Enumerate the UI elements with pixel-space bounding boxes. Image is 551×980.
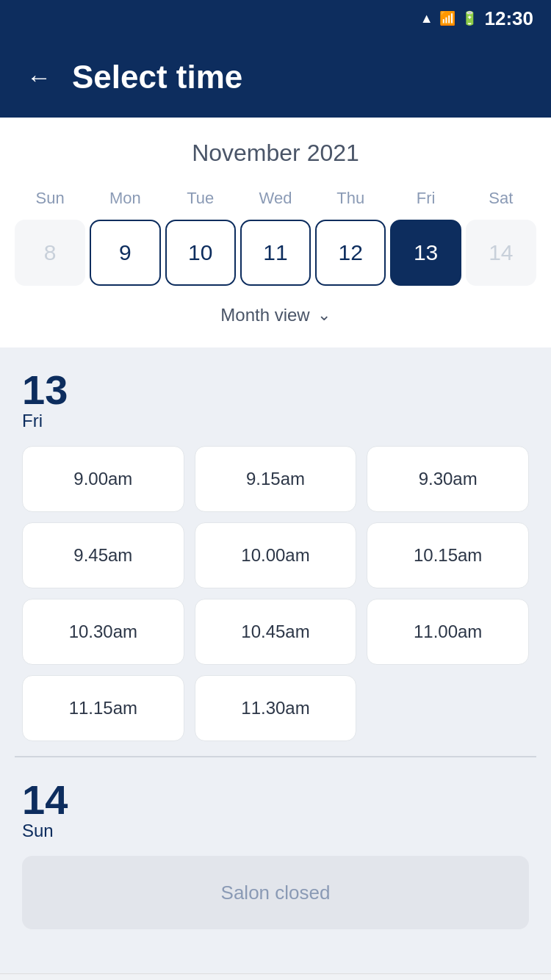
day-10[interactable]: 10 (165, 220, 236, 286)
time-slot-1030am[interactable]: 10.30am (22, 599, 184, 665)
status-bar: ▲ 📶 🔋 12:30 (0, 0, 551, 37)
time-grid-13: 9.00am 9.15am 9.30am 9.45am 10.00am 10.1… (22, 446, 529, 741)
day-number-13: 13 (22, 370, 68, 411)
day-header-wed: Wed (240, 184, 311, 212)
day-header-sun: Sun (15, 184, 85, 212)
time-slot-930am[interactable]: 9.30am (367, 446, 529, 512)
time-slot-1100am[interactable]: 11.00am (367, 599, 529, 665)
signal-icon: 📶 (439, 10, 455, 26)
month-view-label: Month view (220, 305, 309, 325)
calendar-days: 8 9 10 11 12 13 14 (15, 220, 536, 286)
time-slot-945am[interactable]: 9.45am (22, 522, 184, 588)
slots-section: 13 Fri 9.00am 9.15am 9.30am 9.45am 10.00… (0, 347, 551, 973)
day-label-13: 13 Fri (22, 370, 529, 431)
time-slot-900am[interactable]: 9.00am (22, 446, 184, 512)
day-14: 14 (466, 220, 536, 286)
day-name-fri: Fri (22, 411, 43, 431)
day-header-thu: Thu (315, 184, 386, 212)
month-view-toggle[interactable]: Month view ⌄ (15, 293, 536, 340)
time-slot-1130am[interactable]: 11.30am (195, 675, 357, 741)
page-title: Select time (72, 59, 242, 96)
day-slots-14: 14 Sun Salon closed (0, 765, 551, 951)
day-12[interactable]: 12 (315, 220, 386, 286)
app-header: ← Select time (0, 37, 551, 118)
day-header-mon: Mon (90, 184, 160, 212)
chevron-down-icon: ⌄ (317, 306, 331, 325)
calendar-day-headers: Sun Mon Tue Wed Thu Fri Sat (15, 184, 536, 212)
status-time: 12:30 (485, 7, 534, 30)
day-8: 8 (15, 220, 85, 286)
day-13[interactable]: 13 (390, 220, 461, 286)
day-name-sun: Sun (22, 821, 54, 841)
time-slot-1015am[interactable]: 10.15am (367, 522, 529, 588)
time-slot-1115am[interactable]: 11.15am (22, 675, 184, 741)
time-slot-915am[interactable]: 9.15am (195, 446, 357, 512)
time-slot-1045am[interactable]: 10.45am (195, 599, 357, 665)
calendar-section: November 2021 Sun Mon Tue Wed Thu Fri Sa… (0, 118, 551, 347)
day-header-sat: Sat (466, 184, 536, 212)
section-divider (15, 756, 536, 757)
day-header-tue: Tue (165, 184, 236, 212)
day-number-14: 14 (22, 779, 68, 821)
day-label-14: 14 Sun (22, 779, 529, 841)
salon-closed-label: Salon closed (22, 856, 529, 929)
day-header-fri: Fri (390, 184, 461, 212)
day-9[interactable]: 9 (90, 220, 160, 286)
battery-icon: 🔋 (461, 10, 478, 26)
back-button[interactable]: ← (26, 65, 51, 90)
bottom-nav: ◁ ○ □ (0, 973, 551, 980)
wifi-icon: ▲ (420, 11, 433, 26)
month-year-label: November 2021 (15, 140, 536, 167)
time-slot-1000am[interactable]: 10.00am (195, 522, 357, 588)
day-slots-13: 13 Fri 9.00am 9.15am 9.30am 9.45am 10.00… (0, 347, 551, 749)
day-11[interactable]: 11 (240, 220, 311, 286)
status-icons: ▲ 📶 🔋 (420, 10, 478, 26)
